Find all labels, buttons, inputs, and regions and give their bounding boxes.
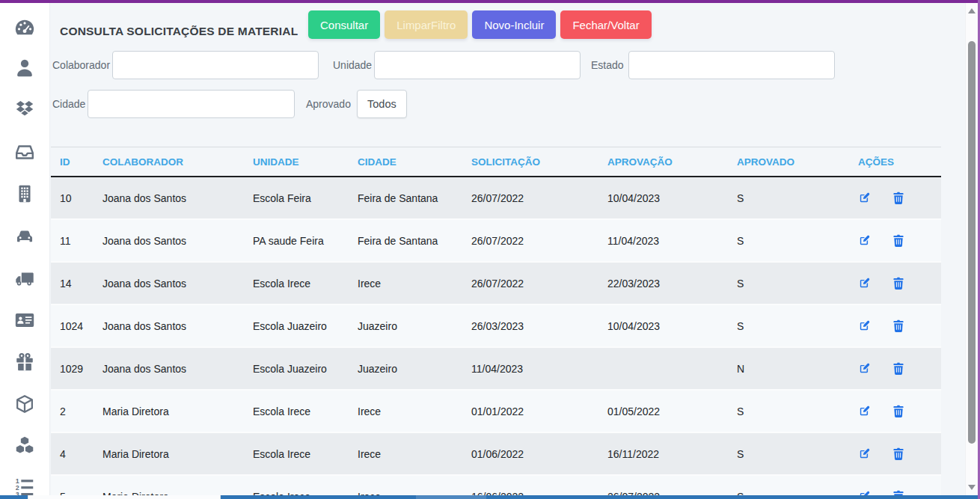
column-header-aprovado: APROVADO [728,156,849,168]
cell-cidade: Juazeiro [349,363,462,375]
truck-icon [13,268,36,290]
delete-button[interactable] [892,319,906,333]
inbox-icon [13,141,36,163]
edit-button[interactable] [858,405,872,418]
sidebar-item-badges[interactable] [13,309,36,331]
cell-colaborador: Joana dos Santos [94,278,244,290]
edit-button[interactable] [858,362,872,376]
page-title: CONSULTA SOLICITAÇÕES DE MATERIAL [60,25,298,38]
delete-button[interactable] [892,447,906,461]
cell-id: 2 [51,405,94,417]
cell-unidade: Escola Irece [244,278,349,290]
cell-colaborador: Maria Diretora [94,405,244,417]
unidade-label: Unidade [333,51,372,79]
column-header-unidade: UNIDADE [244,156,349,168]
cell-cidade: Feira de Santana [349,192,462,204]
cell-solicitacao: 26/07/2022 [462,192,598,204]
car-icon [13,225,36,248]
trash-icon [892,362,904,376]
cidade-label: Cidade [52,90,85,118]
sidebar-item-dashboard[interactable] [13,16,36,38]
cell-aprovado: S [728,278,849,290]
trash-icon [892,234,904,248]
column-header-solicitacao: SOLICITAÇÃO [462,156,598,168]
delete-button[interactable] [892,362,906,376]
cell-cidade: Irece [349,278,462,290]
edit-icon [858,277,871,290]
vertical-scrollbar[interactable] [965,3,978,495]
horizontal-scrollbar-thumb[interactable] [416,495,486,499]
estado-input[interactable] [628,51,835,79]
edit-button[interactable] [858,319,872,333]
edit-button[interactable] [858,234,872,248]
vertical-scrollbar-thumb[interactable] [968,41,976,444]
unidade-input[interactable] [374,51,581,79]
sidebar-item-material[interactable] [13,393,36,415]
cell-aprovacao: 16/11/2022 [598,448,728,460]
edit-icon [858,192,871,204]
consultar-button[interactable]: Consultar [308,10,380,39]
cell-colaborador: Maria Diretora [94,448,244,460]
table-row: 4Maria DiretoraEscola IreceIrece01/06/20… [51,433,941,476]
cell-unidade: Escola Feira [244,192,349,204]
sidebar-item-inbox[interactable] [13,141,36,163]
edit-icon [858,447,871,460]
cell-actions [849,319,941,333]
aprovado-select[interactable]: Todos [357,90,407,118]
sidebar-item-users[interactable] [13,57,36,79]
table-header: ID COLABORADOR UNIDADE CIDADE SOLICITAÇÃ… [51,147,941,177]
column-header-colaborador: COLABORADOR [94,156,244,168]
cell-actions [849,405,941,418]
edit-icon [858,405,871,417]
building-icon [13,183,36,205]
trash-icon [892,192,904,205]
fechar-voltar-button[interactable]: Fechar/Voltar [560,10,651,39]
column-header-acoes: AÇÕES [849,156,941,168]
requests-table: ID COLABORADOR UNIDADE CIDADE SOLICITAÇÃ… [51,147,941,499]
scroll-down-arrow-icon[interactable] [968,485,976,490]
cell-aprovado: S [728,235,849,247]
cubes-icon [13,435,36,457]
delete-button[interactable] [892,192,906,205]
trash-icon [892,277,904,290]
trash-icon [892,319,904,333]
cell-aprovado: S [728,192,849,204]
cell-aprovacao: 10/04/2023 [598,192,728,204]
cell-aprovado: S [728,405,849,417]
cidade-input[interactable] [88,90,295,118]
edit-button[interactable] [858,447,872,461]
cell-aprovacao: 11/04/2023 [598,235,728,247]
aprovado-label: Aprovado [306,90,351,118]
delete-button[interactable] [892,405,906,418]
cell-aprovacao: 22/03/2023 [598,278,728,290]
column-header-aprovacao: APROVAÇÃO [598,156,728,168]
sidebar-item-units[interactable] [13,183,36,205]
sidebar-item-deliveries[interactable] [13,268,36,290]
window-top-accent-bar [0,0,980,3]
cell-solicitacao: 26/07/2022 [462,278,598,290]
cell-aprovacao: 10/04/2023 [598,320,728,332]
cell-id: 10 [51,192,94,204]
scroll-up-arrow-icon[interactable] [968,8,976,13]
cell-actions [849,277,941,290]
cell-id: 1029 [51,363,94,375]
delete-button[interactable] [892,234,906,248]
edit-button[interactable] [858,277,872,290]
cell-id: 11 [51,235,94,247]
column-header-id: ID [51,156,94,168]
sidebar-item-vehicles[interactable] [13,225,36,248]
delete-button[interactable] [892,277,906,290]
cell-aprovacao: 01/05/2022 [598,405,728,417]
sidebar-item-stock[interactable] [13,435,36,457]
sidebar-item-gifts[interactable] [13,351,36,373]
novo-incluir-button[interactable]: Novo-Incluir [472,10,556,39]
edit-icon [858,362,871,375]
edit-icon [858,319,871,332]
edit-button[interactable] [858,192,872,205]
cell-unidade: Escola Juazeiro [244,320,349,332]
cell-colaborador: Joana dos Santos [94,235,244,247]
limpar-filtro-button[interactable]: LimparFiltro [385,10,468,39]
horizontal-scrollbar[interactable] [0,495,980,499]
sidebar-item-storage[interactable] [13,98,36,120]
colaborador-input[interactable] [112,51,319,79]
